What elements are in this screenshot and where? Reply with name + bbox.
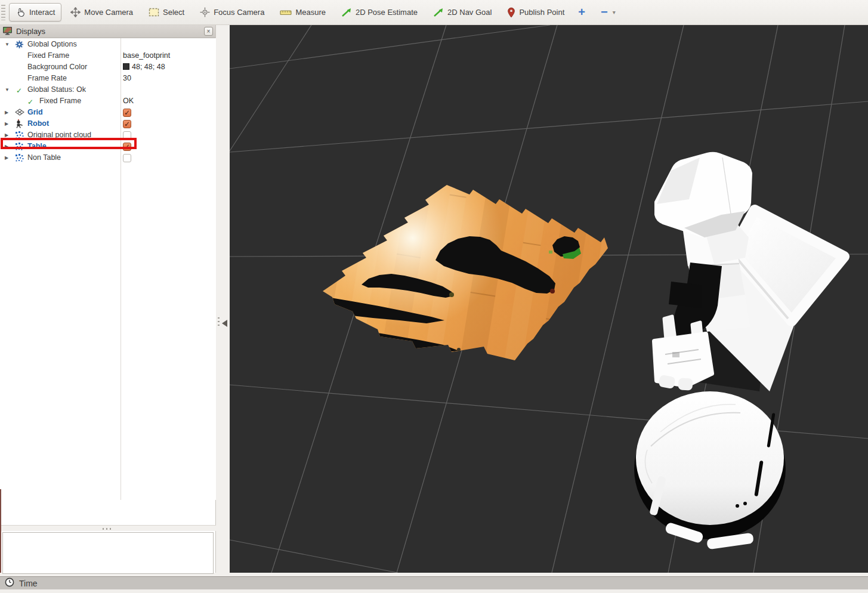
- splitter-grip-icon: [218, 317, 220, 328]
- measure-tool-label: Measure: [295, 8, 326, 17]
- expander-down-icon[interactable]: ▼: [5, 84, 12, 95]
- fixed-frame-value[interactable]: base_footprint: [123, 50, 170, 61]
- row-label: Grid: [27, 107, 43, 118]
- measure-tool-button[interactable]: Measure: [273, 4, 332, 21]
- publish-point-tool-button[interactable]: Publish Point: [501, 3, 571, 22]
- displays-panel-title: Displays: [16, 27, 45, 36]
- description-box: [2, 532, 214, 574]
- row-label: Original point cloud: [27, 129, 91, 141]
- move-camera-tool-button[interactable]: Move Camera: [64, 3, 140, 21]
- map-pin-icon: [507, 7, 515, 18]
- row-label: Frame Rate: [27, 73, 67, 84]
- displays-tree[interactable]: ▼ Global Options Fixed Frame base_footpr…: [0, 38, 216, 500]
- row-label: Fixed Frame: [39, 95, 81, 107]
- toolbar-overflow-caret[interactable]: ▾: [613, 9, 622, 16]
- expander-down-icon[interactable]: ▼: [5, 39, 12, 50]
- row-label: Fixed Frame: [27, 50, 69, 61]
- check-icon: ✓: [16, 85, 26, 95]
- hand-icon: [16, 7, 26, 17]
- tree-row-non-table[interactable]: ▶ Non Table: [0, 152, 216, 163]
- tree-row-frame-rate[interactable]: Frame Rate 30: [0, 73, 216, 84]
- expander-right-icon[interactable]: ▶: [5, 152, 12, 163]
- window-edge: [0, 489, 1, 573]
- tree-row-fixed-frame[interactable]: Fixed Frame base_footprint: [0, 50, 216, 61]
- time-panel-title: Time: [19, 579, 38, 588]
- row-label: Non Table: [27, 152, 61, 163]
- clock-icon: [5, 577, 14, 589]
- focus-crosshair-icon: [200, 7, 210, 17]
- displays-panel: Displays × ▼ Global Options Fixed Frame …: [0, 25, 216, 573]
- expander-right-icon[interactable]: ▶: [5, 141, 12, 152]
- nav-goal-tool-label: 2D Nav Goal: [447, 8, 492, 17]
- toolbar: Interact Move Camera Select Focus Camera…: [0, 0, 868, 25]
- row-label: Global Status: Ok: [27, 84, 86, 95]
- status-value: OK: [123, 95, 134, 107]
- collapse-panel-arrow-icon[interactable]: [222, 320, 227, 327]
- select-tool-label: Select: [163, 8, 184, 17]
- tree-row-robot[interactable]: ▶ Robot ✓: [0, 118, 216, 129]
- displays-monitor-icon: [2, 26, 13, 37]
- status-strip: [0, 589, 868, 593]
- expander-right-icon[interactable]: ▶: [5, 107, 12, 118]
- nav-goal-tool-button[interactable]: 2D Nav Goal: [427, 4, 498, 21]
- expander-right-icon[interactable]: ▶: [5, 118, 12, 129]
- grid-icon: [15, 108, 24, 118]
- pointcloud-icon: [15, 142, 24, 152]
- gear-icon: [15, 40, 24, 50]
- pointcloud-icon: [15, 153, 24, 163]
- robot-icon: [15, 119, 24, 129]
- pointcloud-icon: [15, 131, 24, 140]
- render-viewport[interactable]: [230, 25, 868, 573]
- tree-row-global-status[interactable]: ▼ ✓ Global Status: Ok: [0, 84, 216, 95]
- tree-row-global-options[interactable]: ▼ Global Options: [0, 39, 216, 50]
- publish-point-tool-label: Publish Point: [519, 8, 564, 17]
- table-checkbox[interactable]: ✓: [123, 143, 131, 151]
- interact-tool-label: Interact: [29, 8, 55, 17]
- tree-row-table[interactable]: ▶ Table ✓: [0, 141, 216, 152]
- expander-right-icon[interactable]: ▶: [5, 129, 12, 141]
- select-tool-button[interactable]: Select: [142, 4, 191, 21]
- tree-row-background-color[interactable]: Background Color 48; 48; 48: [0, 61, 216, 73]
- focus-camera-tool-label: Focus Camera: [214, 8, 264, 17]
- tree-row-fixed-frame-status[interactable]: ✓ Fixed Frame OK: [0, 95, 216, 107]
- scene-canvas: [230, 25, 868, 573]
- focus-camera-tool-button[interactable]: Focus Camera: [193, 3, 271, 21]
- original-point-cloud-checkbox[interactable]: [123, 131, 131, 140]
- tree-row-original-point-cloud[interactable]: ▶ Original point cloud: [0, 129, 216, 141]
- select-box-icon: [149, 8, 159, 17]
- color-swatch: [123, 63, 129, 70]
- panel-splitter[interactable]: [0, 525, 216, 531]
- frame-rate-value[interactable]: 30: [123, 73, 131, 84]
- green-arrow-icon: [433, 8, 444, 17]
- row-label: Table: [27, 141, 47, 152]
- grid-checkbox[interactable]: ✓: [123, 109, 131, 117]
- robot-checkbox[interactable]: ✓: [123, 120, 131, 128]
- interact-tool-button[interactable]: Interact: [9, 3, 61, 21]
- time-panel[interactable]: Time: [0, 576, 868, 589]
- ruler-icon: [280, 9, 292, 16]
- pose-estimate-tool-label: 2D Pose Estimate: [356, 8, 418, 17]
- row-label: Background Color: [27, 61, 87, 73]
- remove-tool-button[interactable]: −: [592, 4, 610, 20]
- background-color-value[interactable]: 48; 48; 48: [123, 61, 165, 73]
- move-icon: [70, 7, 81, 17]
- pose-estimate-tool-button[interactable]: 2D Pose Estimate: [335, 4, 424, 21]
- close-icon[interactable]: ×: [204, 27, 213, 36]
- tree-row-grid[interactable]: ▶ Grid ✓: [0, 107, 216, 118]
- row-label: Robot: [27, 118, 49, 129]
- row-label: Global Options: [27, 39, 77, 50]
- panel-view-splitter[interactable]: [217, 25, 230, 573]
- move-camera-tool-label: Move Camera: [84, 8, 133, 17]
- non-table-checkbox[interactable]: [123, 154, 131, 162]
- displays-panel-header[interactable]: Displays ×: [0, 25, 215, 38]
- splitter-grip-icon: [103, 528, 113, 530]
- property-column-divider[interactable]: [121, 38, 121, 500]
- add-tool-button[interactable]: +: [573, 4, 590, 20]
- toolbar-grip-handle[interactable]: [1, 5, 5, 20]
- check-icon: ✓: [27, 97, 37, 106]
- green-arrow-icon: [341, 8, 352, 17]
